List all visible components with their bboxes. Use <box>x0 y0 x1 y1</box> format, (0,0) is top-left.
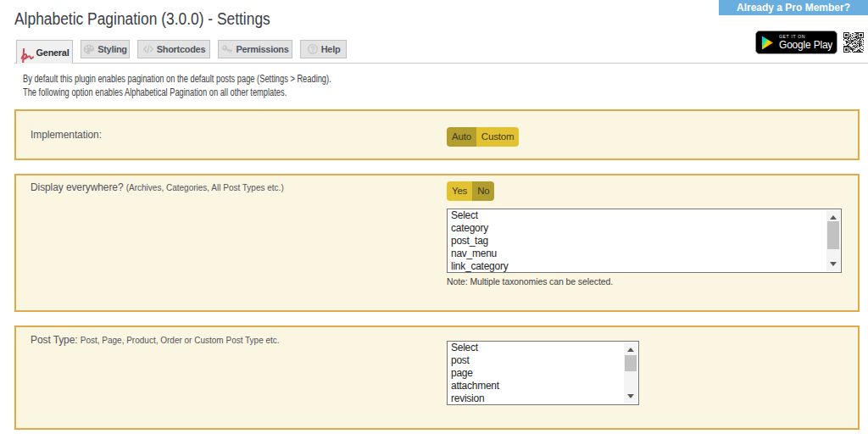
help-icon <box>307 43 319 55</box>
google-play-badge[interactable]: GET IT ON Google Play <box>755 31 837 54</box>
settings-page: Already a Pro Member? Alphabetic Paginat… <box>0 0 868 434</box>
section-post-type: Post Type: Post, Page, Product, Order or… <box>14 326 860 430</box>
tab-shortcodes[interactable]: Shortcodes <box>137 40 210 58</box>
qr-code <box>843 32 864 53</box>
list-option[interactable]: Select <box>448 209 841 222</box>
post-type-label-main: Post Type: <box>31 334 77 346</box>
implementation-auto-button[interactable]: Auto <box>447 127 476 147</box>
tab-permissions[interactable]: Permissions <box>218 40 292 58</box>
display-everywhere-no-button[interactable]: No <box>472 181 494 201</box>
scrollbar-thumb[interactable] <box>625 355 637 371</box>
tab-bar: General Styling Shortcodes <box>16 40 354 64</box>
post-types-multiselect[interactable]: Selectpostpageattachmentrevision <box>447 341 639 405</box>
display-everywhere-label: Display everywhere? (Archives, Categorie… <box>31 181 284 193</box>
list-option[interactable]: category <box>448 222 841 235</box>
display-everywhere-yes-button[interactable]: Yes <box>447 181 472 201</box>
key-icon <box>221 43 233 55</box>
tab-label: Shortcodes <box>157 44 206 54</box>
play-triangle-icon <box>761 36 774 50</box>
list-option[interactable]: revision <box>448 392 638 405</box>
list-option[interactable]: Select <box>448 342 638 354</box>
intro-line-2: The following option enables Alphabetica… <box>23 88 331 97</box>
tab-label: Help <box>321 44 341 54</box>
section-display-everywhere: Display everywhere? (Archives, Categorie… <box>14 174 860 312</box>
section-implementation: Implementation: Auto Custom <box>14 109 860 160</box>
post-type-label: Post Type: Post, Page, Product, Order or… <box>31 334 280 346</box>
list-option[interactable]: post_tag <box>448 235 841 248</box>
scrollbar-thumb[interactable] <box>827 221 839 249</box>
implementation-label: Implementation: <box>31 129 102 141</box>
list-option[interactable]: nav_menu <box>448 248 841 260</box>
taxonomies-multiselect[interactable]: Selectcategorypost_tagnav_menulink_categ… <box>447 209 842 273</box>
pro-member-button[interactable]: Already a Pro Member? <box>719 0 868 15</box>
scroll-up-arrow-icon[interactable] <box>624 343 637 356</box>
palette-icon <box>83 43 95 55</box>
signature-icon <box>20 48 35 63</box>
code-icon <box>142 43 154 55</box>
scroll-down-arrow-icon[interactable] <box>624 390 637 403</box>
tab-label: General <box>36 47 70 58</box>
list-option[interactable]: link_category <box>448 260 841 273</box>
tab-help[interactable]: Help <box>300 40 347 58</box>
intro-text: By default this plugin enables paginatio… <box>23 75 331 102</box>
scroll-down-arrow-icon[interactable] <box>826 258 840 270</box>
tab-general[interactable]: General <box>16 40 73 64</box>
intro-line-1: By default this plugin enables paginatio… <box>23 75 331 84</box>
tab-label: Permissions <box>236 44 288 54</box>
tab-label: Styling <box>97 44 127 54</box>
list-option[interactable]: post <box>448 354 638 367</box>
display-everywhere-label-sub: (Archives, Categories, All Post Types et… <box>126 183 284 192</box>
post-types-scrollbar[interactable] <box>624 342 637 403</box>
list-option[interactable]: page <box>448 367 638 380</box>
post-type-label-sub: Post, Page, Product, Order or Custom Pos… <box>81 336 280 345</box>
implementation-custom-button[interactable]: Custom <box>476 127 519 147</box>
taxonomies-scrollbar[interactable] <box>826 210 840 271</box>
display-everywhere-toggle: Yes No <box>447 181 494 201</box>
taxonomies-note: Note: Multiple taxonomies can be selecte… <box>447 276 613 287</box>
play-badge-line2: Google Play <box>779 40 832 51</box>
list-option[interactable]: attachment <box>448 380 638 392</box>
page-title: Alphabetic Pagination (3.0.0) - Settings <box>14 9 270 29</box>
implementation-toggle: Auto Custom <box>447 127 519 147</box>
tab-styling[interactable]: Styling <box>81 40 130 58</box>
display-everywhere-label-main: Display everywhere? <box>31 181 123 193</box>
